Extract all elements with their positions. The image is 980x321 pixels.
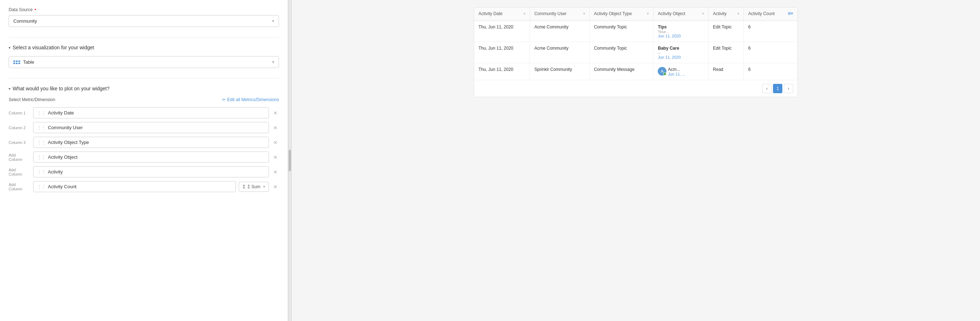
cell-obj-2: Baby Care – Jun 11, 2020 [654, 42, 708, 63]
cell-user-2: Acme Community [530, 42, 589, 63]
sort-icon[interactable]: ▾ [737, 11, 739, 16]
column-input-4[interactable]: ⋮⋮ Activity Object [33, 151, 269, 163]
cell-date-1: Thu, Jun 11, 2020 [474, 21, 530, 42]
preview-card: Activity Date ▾ Community User ▾ Activit… [474, 7, 798, 97]
edit-metrics-link[interactable]: ✏ Edit all Metrics/Dimensions [222, 97, 279, 102]
th-activity-date: Activity Date ▾ [474, 8, 530, 21]
caret-icon: ▾ [9, 87, 10, 91]
drag-handle-icon: ⋮⋮ [37, 140, 46, 145]
th-activity: Activity ▾ [708, 8, 744, 21]
column-row-5: Add Column ⋮⋮ Activity ✕ [9, 166, 279, 177]
cell-activity-2: Edit Topic [708, 42, 744, 63]
data-source-select[interactable]: Community ▾ [9, 15, 279, 27]
sort-icon[interactable]: ▾ [523, 11, 525, 16]
cell-date-3: Thu, Jun 11, 2020 [474, 63, 530, 80]
plot-section-header[interactable]: ▾ What would you like to plot on your wi… [9, 86, 279, 91]
column-row-1: Column 1 ⋮⋮ Activity Date ✕ [9, 107, 279, 118]
chevron-down-icon: ▾ [272, 19, 274, 24]
cell-obj-type-2: Community Topic [589, 42, 654, 63]
drag-handle-icon: ⋮⋮ [37, 184, 46, 189]
right-panel: Activity Date ▾ Community User ▾ Activit… [292, 0, 980, 321]
remove-column-5-button[interactable]: ✕ [272, 168, 279, 176]
sort-icon[interactable]: ▾ [583, 11, 585, 16]
drag-handle-icon: ⋮⋮ [37, 155, 46, 160]
viz-section-header[interactable]: ▾ Select a visualization for your widget [9, 44, 279, 50]
filter-icon[interactable]: ⊞▾ [788, 11, 793, 16]
caret-icon: ▾ [9, 46, 10, 50]
drag-handle-icon: ⋮⋮ [37, 170, 46, 175]
cell-obj-type-1: Community Topic [589, 21, 654, 42]
cell-count-2: 6 [744, 42, 797, 63]
th-activity-object: Activity Object ▾ [654, 8, 708, 21]
data-table: Activity Date ▾ Community User ▾ Activit… [474, 8, 797, 80]
metric-header: Select Metric/Dimension ✏ Edit all Metri… [9, 97, 279, 102]
column-input-6[interactable]: ⋮⋮ Activity Count [33, 181, 236, 192]
divider-1 [9, 37, 279, 37]
remove-column-4-button[interactable]: ✕ [272, 154, 279, 161]
th-activity-count: Activity Count ⊞▾ [744, 8, 797, 21]
chevron-down-icon: ▾ [272, 60, 274, 64]
cell-user-1: Acme Community [530, 21, 589, 42]
table-row: Thu, Jun 11, 2020 Acme Community Communi… [474, 21, 797, 42]
cell-activity-1: Edit Topic [708, 21, 744, 42]
prev-page-button[interactable]: ‹ [762, 84, 772, 93]
remove-column-1-button[interactable]: ✕ [272, 110, 279, 117]
cell-count-1: 6 [744, 21, 797, 42]
drag-handle-icon: ⋮⋮ [37, 110, 46, 116]
sort-icon[interactable]: ▾ [702, 11, 704, 16]
scrollbar-thumb[interactable] [289, 150, 291, 171]
left-panel: Data Source • Community ▾ ▾ Select a vis… [0, 0, 288, 321]
column-row-6: Add Column ⋮⋮ Activity Count Σ Σ Sum ▾ ✕ [9, 181, 279, 192]
avatar: A [658, 67, 667, 76]
remove-column-2-button[interactable]: ✕ [272, 124, 279, 131]
table-header-row: Activity Date ▾ Community User ▾ Activit… [474, 8, 797, 21]
viz-type-select[interactable]: Table ▾ [9, 56, 279, 68]
column-row-2: Column 2 ⋮⋮ Community User ✕ [9, 122, 279, 133]
table-row: Thu, Jun 11, 2020 Sprinklr Community Com… [474, 63, 797, 80]
column-row-4: Add Column ⋮⋮ Activity Object ✕ [9, 151, 279, 163]
cell-user-3: Sprinklr Community [530, 63, 589, 80]
data-source-section: Data Source • Community ▾ [9, 7, 279, 27]
data-source-label: Data Source • [9, 7, 279, 12]
column-input-2[interactable]: ⋮⋮ Community User [33, 122, 269, 133]
center-divider [288, 0, 292, 321]
remove-column-3-button[interactable]: ✕ [272, 139, 279, 146]
cell-date-2: Thu, Jun 11, 2020 [474, 42, 530, 63]
chevron-down-icon: ▾ [263, 184, 265, 189]
visualization-section: ▾ Select a visualization for your widget [9, 44, 279, 68]
table-icon [13, 60, 20, 64]
column-input-3[interactable]: ⋮⋮ Activity Object Type [33, 137, 269, 148]
aggregation-select[interactable]: Σ Σ Sum ▾ [239, 182, 269, 192]
plot-section: ▾ What would you like to plot on your wi… [9, 86, 279, 192]
cell-obj-3: A Acm... Jun 11, ... [654, 63, 708, 80]
column-row-3: Column 3 ⋮⋮ Activity Object Type ✕ [9, 137, 279, 148]
cell-obj-1: Tips Your... Jun 11, 2020 [654, 21, 708, 42]
column-input-1[interactable]: ⋮⋮ Activity Date [33, 107, 269, 118]
table-row: Thu, Jun 11, 2020 Acme Community Communi… [474, 42, 797, 63]
pencil-icon: ✏ [222, 97, 226, 102]
column-input-5[interactable]: ⋮⋮ Activity [33, 166, 269, 177]
drag-handle-icon: ⋮⋮ [37, 125, 46, 130]
sort-icon[interactable]: ▾ [647, 11, 649, 16]
pagination: ‹ 1 › [474, 80, 797, 97]
cell-obj-type-3: Community Message [589, 63, 654, 80]
remove-column-6-button[interactable]: ✕ [272, 183, 279, 191]
cell-count-3: 6 [744, 63, 797, 80]
next-page-button[interactable]: › [784, 84, 793, 93]
th-activity-object-type: Activity Object Type ▾ [589, 8, 654, 21]
current-page-button[interactable]: 1 [773, 84, 782, 93]
divider-2 [9, 78, 279, 78]
cell-activity-3: Read [708, 63, 744, 80]
th-community-user: Community User ▾ [530, 8, 589, 21]
